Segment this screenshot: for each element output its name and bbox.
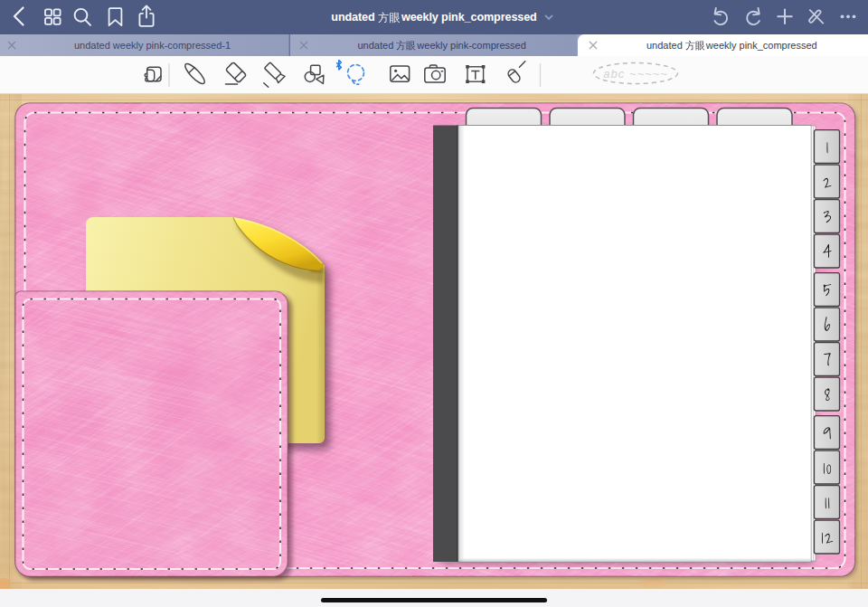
svg-text:abc ~~~~~: abc ~~~~~ [603,67,668,81]
